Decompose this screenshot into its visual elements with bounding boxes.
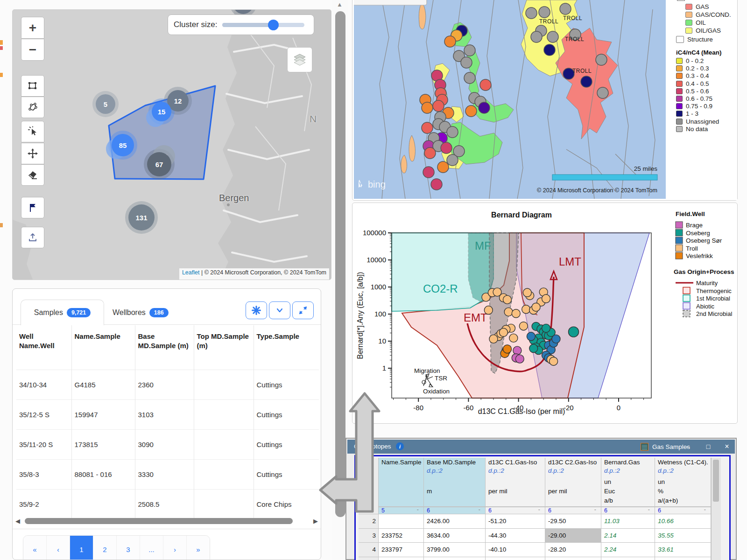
well-marker[interactable] <box>544 44 555 56</box>
gas-column-filter[interactable]: 6- <box>601 507 655 514</box>
well-marker[interactable] <box>431 179 442 190</box>
panel-scrollbar-thumb[interactable] <box>335 11 345 517</box>
gas-samples-window[interactable]: Gas Isotopes i Gas Samples – □ × Name.Sa… <box>345 438 737 560</box>
page-button-2[interactable]: 2 <box>93 536 117 560</box>
cluster-map[interactable]: 51215858667131 + − Cluster size: Bergen … <box>12 9 331 280</box>
maximize-button[interactable]: □ <box>702 441 714 452</box>
gas-cell[interactable]: 233797 <box>379 543 424 557</box>
well-marker[interactable] <box>422 102 433 113</box>
column-header[interactable]: Base MD.Sample (m) <box>135 325 194 370</box>
gas-cell[interactable]: 10.66 <box>655 514 711 529</box>
tab-samples[interactable]: Samples 9,721 <box>21 300 104 325</box>
well-marker[interactable] <box>465 105 477 117</box>
leaflet-link[interactable]: Leaflet <box>182 269 200 276</box>
cluster-marker[interactable]: 131 <box>128 204 155 231</box>
page-button-«[interactable]: « <box>23 536 47 560</box>
gas-cell[interactable]: -44.30 <box>486 529 545 543</box>
page-button-3[interactable]: 3 <box>117 536 140 560</box>
well-marker[interactable] <box>447 126 458 138</box>
gas-column-header[interactable]: Name.Sample <box>379 458 424 507</box>
eraser-button[interactable] <box>21 164 44 186</box>
well-marker[interactable] <box>596 54 607 65</box>
cluster-marker[interactable]: 85 <box>112 134 134 156</box>
well-marker[interactable] <box>560 3 571 14</box>
well-marker[interactable] <box>423 167 434 178</box>
gas-column-filter[interactable]: 6- <box>545 507 601 514</box>
column-header[interactable]: Well Name.Well <box>16 325 71 370</box>
well-marker[interactable] <box>437 161 449 173</box>
gas-cell[interactable]: 3799.00 <box>424 543 486 557</box>
gas-cell[interactable]: 32.98 <box>655 557 711 560</box>
gas-scrollbar-thumb[interactable] <box>713 460 719 502</box>
gas-cell[interactable]: -51.20 <box>486 514 545 529</box>
scrollbar-thumb[interactable] <box>25 518 293 524</box>
cluster-size-slider[interactable] <box>222 23 304 27</box>
gas-cell[interactable]: 3634.00 <box>424 529 486 543</box>
tab-wellbores[interactable]: Wellbores 186 <box>113 306 169 320</box>
gas-column-filter[interactable]: 6- <box>486 507 545 514</box>
gas-cell[interactable]: 11.03 <box>601 514 655 529</box>
well-marker[interactable] <box>581 76 592 87</box>
rectangle-select-button[interactable] <box>21 75 44 97</box>
gas-cell[interactable]: -45.70 <box>486 557 545 560</box>
gas-cell[interactable]: 33.61 <box>655 543 711 557</box>
gas-cell[interactable]: 233750 <box>379 557 424 560</box>
gas-cell[interactable]: 233752 <box>379 529 424 543</box>
upload-button[interactable] <box>21 227 44 248</box>
well-marker[interactable] <box>480 79 491 91</box>
table-row[interactable]: 35/8-388081 - 0163330Cuttings <box>16 460 319 490</box>
well-marker[interactable] <box>422 122 433 133</box>
settings-button[interactable] <box>246 301 267 319</box>
gas-cell[interactable]: -29.50 <box>545 514 601 529</box>
gas-column-filter[interactable]: 5- <box>379 507 424 514</box>
zoom-in-button[interactable]: + <box>21 17 44 39</box>
horizontal-scrollbar[interactable]: ◀ ▶ <box>13 516 321 526</box>
scroll-right-icon[interactable]: ▶ <box>313 518 318 525</box>
table-row[interactable]: 35/9-22508.5Core Chips <box>16 490 319 519</box>
well-marker[interactable] <box>447 154 458 166</box>
well-marker[interactable] <box>461 57 472 68</box>
gas-cell[interactable]: -40.10 <box>486 543 545 557</box>
flag-button[interactable] <box>21 197 44 218</box>
table-row[interactable]: 35/12-5 S1599473103Cuttings <box>16 400 319 430</box>
well-marker[interactable] <box>547 31 558 42</box>
layers-button[interactable] <box>287 47 312 72</box>
close-button[interactable]: × <box>721 441 733 452</box>
well-marker[interactable] <box>479 102 490 113</box>
page-button-...[interactable]: ... <box>140 536 163 560</box>
gas-cell[interactable]: 2.14 <box>601 529 655 543</box>
gas-cell[interactable]: 2.24 <box>601 543 655 557</box>
move-button[interactable] <box>21 143 44 164</box>
well-marker[interactable] <box>539 7 550 18</box>
well-marker[interactable] <box>464 45 475 56</box>
cluster-marker[interactable]: 67 <box>147 152 171 176</box>
table-row[interactable]: 35/11-20 S1738153090Cuttings <box>16 430 319 460</box>
gas-cell[interactable]: 3655.00 <box>424 557 486 560</box>
well-marker[interactable] <box>441 142 452 154</box>
gas-cell[interactable]: -28.20 <box>545 543 601 557</box>
expand-button[interactable] <box>292 301 314 319</box>
page-button-1[interactable]: 1 <box>70 536 93 560</box>
well-marker[interactable] <box>464 72 475 84</box>
click-select-button[interactable] <box>21 121 44 142</box>
well-marker[interactable] <box>433 100 444 112</box>
column-header[interactable]: Top MD.Sample (m) <box>194 325 254 370</box>
fields-map[interactable]: TROLLTROLLTROLLTROLL25 miles© 2024 Micro… <box>354 0 666 199</box>
gas-column-header[interactable]: Base MD.Sampled.p.:2m <box>424 458 486 507</box>
gas-column-header[interactable]: d13C C2.Gas-Isod.p.:2per mil <box>545 458 601 507</box>
window-titlebar[interactable]: Gas Isotopes i Gas Samples – □ × <box>347 440 735 454</box>
cluster-marker[interactable]: 15 <box>152 102 171 121</box>
gas-column-filter[interactable]: 6- <box>655 507 711 514</box>
well-marker[interactable] <box>424 147 436 159</box>
page-button-‹[interactable]: ‹ <box>47 536 70 560</box>
minimize-button[interactable]: – <box>682 441 694 452</box>
scroll-left-icon[interactable]: ◀ <box>15 518 20 525</box>
gas-column-header[interactable]: Wetness (C1-C4).d.p.:2un%a/(a+b) <box>655 458 711 507</box>
gas-cell[interactable]: -29.00 <box>545 529 601 543</box>
gas-cell[interactable]: 35.55 <box>655 529 711 543</box>
gas-cell[interactable]: -29.00 <box>545 557 601 560</box>
page-button-»[interactable]: » <box>187 536 210 560</box>
column-header[interactable]: Name.Sample <box>71 325 135 370</box>
column-header[interactable]: Type.Sample <box>254 325 319 370</box>
gas-column-header[interactable]: d13C C1.Gas-Isod.p.:2per mil <box>486 458 545 507</box>
